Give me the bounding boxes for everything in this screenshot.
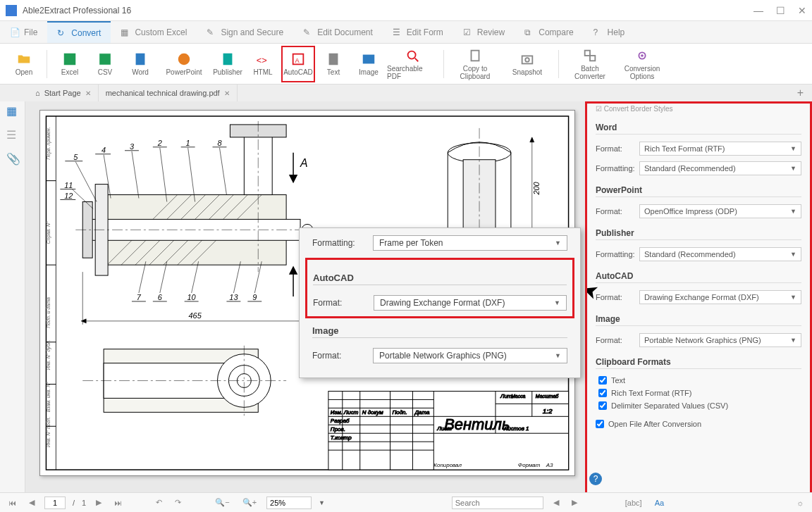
tool-powerpoint[interactable]: PowerPoint <box>159 46 209 82</box>
svg-text:Масштаб: Масштаб <box>536 394 560 399</box>
word-formatting-dropdown[interactable]: Standard (Recommended)▼ <box>639 161 801 175</box>
thumbnails-icon[interactable]: ▦ <box>6 104 19 117</box>
attachments-icon[interactable]: 📎 <box>6 152 19 165</box>
tool-excel[interactable]: Excel <box>53 46 87 82</box>
svg-text:200: 200 <box>532 182 541 195</box>
html-icon: <> <box>254 51 271 67</box>
minimize-button[interactable]: — <box>753 5 763 16</box>
svg-text:Масса: Масса <box>511 394 526 399</box>
chevron-down-icon: ▼ <box>554 299 560 306</box>
maximize-button[interactable]: ☐ <box>776 5 785 16</box>
menu-help[interactable]: ?Help <box>584 21 635 43</box>
tool-searchable-pdf[interactable]: Searchable PDF <box>387 46 438 82</box>
tool-conversion-options[interactable]: Conversion Options <box>617 46 668 82</box>
chevron-down-icon[interactable]: ▼ <box>319 499 325 506</box>
menu-sign-secure[interactable]: ✎Sign and Secure <box>197 21 293 43</box>
clipboard-text-label: Text <box>611 376 625 385</box>
popup-format-label: Format: <box>313 298 374 308</box>
match-case-button[interactable]: Aa <box>652 499 667 507</box>
tool-csv[interactable]: CSV <box>88 46 122 82</box>
tool-open[interactable]: Open <box>7 46 41 82</box>
zoom-out-button[interactable]: 🔍− <box>212 498 232 507</box>
tool-word[interactable]: Word <box>123 46 157 82</box>
svg-text:13: 13 <box>229 293 238 301</box>
tool-publisher[interactable]: Publisher <box>211 46 245 82</box>
clipboard-text-checkbox[interactable] <box>598 376 607 385</box>
popup-formatting-dropdown[interactable]: Frame per Token▼ <box>373 235 567 251</box>
svg-text:Формат: Формат <box>518 462 541 468</box>
app-title: Able2Extract Professional 16 <box>23 6 753 15</box>
tool-html[interactable]: <>HTML <box>246 46 280 82</box>
publisher-section: Publisher <box>596 228 801 240</box>
search-input[interactable] <box>452 497 543 509</box>
page-input[interactable] <box>44 497 66 509</box>
rotate-right-button[interactable]: ↷ <box>172 498 184 507</box>
clipboard-section: Clipboard Formats <box>596 357 801 369</box>
image-format-dropdown[interactable]: Portable Network Graphics (PNG)▼ <box>639 333 801 347</box>
match-word-button[interactable]: [abc] <box>622 499 645 507</box>
svg-text:7: 7 <box>137 293 142 301</box>
publisher-formatting-dropdown[interactable]: Standard (Recommended)▼ <box>639 247 801 261</box>
next-page-button[interactable]: ▶ <box>93 498 104 507</box>
svg-point-3 <box>178 54 190 65</box>
clipboard-rtf-checkbox[interactable] <box>598 389 607 397</box>
tool-batch-converter[interactable]: Batch Converter <box>565 46 615 82</box>
tool-text[interactable]: Text <box>316 46 350 82</box>
search-next-button[interactable]: ▶ <box>569 498 580 507</box>
chevron-down-icon: ▼ <box>555 352 561 359</box>
menu-compare[interactable]: ⧉Compare <box>515 21 583 43</box>
popup-image-format-label: Format: <box>312 351 373 361</box>
svg-text:1:2: 1:2 <box>543 407 553 415</box>
popup-image-format-dropdown[interactable]: Portable Network Graphics (PNG)▼ <box>373 348 567 363</box>
svg-text:Подп.: Подп. <box>393 409 407 416</box>
popup-autocad-section: AutoCAD <box>313 273 567 285</box>
svg-line-11 <box>415 58 419 61</box>
excel-icon <box>61 51 78 67</box>
menu-file[interactable]: 📄File <box>0 21 47 43</box>
popup-autocad-format-dropdown[interactable]: Drawing Exchange Format (DXF)▼ <box>374 295 567 311</box>
tool-copy-clipboard[interactable]: Copy to Clipboard <box>450 46 500 82</box>
app-icon <box>6 5 17 16</box>
last-page-button[interactable]: ⏭ <box>111 499 125 507</box>
page-total: 1 <box>82 499 86 507</box>
image-section: Image <box>596 314 801 326</box>
left-gutter: ▦ ☰ 📎 <box>0 101 25 506</box>
rotate-left-button[interactable]: ↶ <box>153 498 165 507</box>
menu-custom-excel[interactable]: ▦Custom Excel <box>111 21 197 43</box>
add-tab-button[interactable]: + <box>797 87 804 99</box>
help-badge[interactable]: ? <box>589 473 602 485</box>
tool-snapshot[interactable]: Snapshot <box>502 46 553 82</box>
chevron-down-icon: ▼ <box>790 251 796 258</box>
close-button[interactable]: ✕ <box>798 5 806 16</box>
close-icon[interactable]: ✕ <box>224 89 230 97</box>
word-format-label: Format: <box>596 144 639 153</box>
zoom-input[interactable] <box>266 497 312 509</box>
open-after-checkbox[interactable] <box>596 420 604 428</box>
brightness-button[interactable]: ☼ <box>794 499 806 507</box>
close-icon[interactable]: ✕ <box>85 89 91 97</box>
search-prev-button[interactable]: ◀ <box>550 498 562 507</box>
gear-icon <box>634 48 651 63</box>
tab-document[interactable]: mechanical technical drawing.pdf✕ <box>99 85 238 101</box>
tool-autocad[interactable]: AAutoCAD <box>281 46 315 82</box>
page-separator: / <box>73 499 75 507</box>
zoom-in-button[interactable]: 🔍+ <box>240 498 259 507</box>
ppt-format-dropdown[interactable]: OpenOffice Impress (ODP)▼ <box>639 204 801 218</box>
menu-convert[interactable]: ↻Convert <box>47 21 111 43</box>
menu-edit-document[interactable]: ✎Edit Document <box>293 21 383 43</box>
prev-page-button[interactable]: ◀ <box>26 498 37 507</box>
svg-text:Перв. примен.: Перв. примен. <box>46 127 51 159</box>
bookmarks-icon[interactable]: ☰ <box>6 128 19 141</box>
menubar: 📄File ↻Convert ▦Custom Excel ✎Sign and S… <box>0 21 812 44</box>
clipboard-csv-checkbox[interactable] <box>598 401 607 410</box>
menu-edit-form[interactable]: ☰Edit Form <box>383 21 453 43</box>
svg-line-77 <box>254 261 262 293</box>
first-page-button[interactable]: ⏮ <box>6 499 19 507</box>
open-after-label: Open File After Conversion <box>608 420 701 428</box>
svg-rect-9 <box>363 55 375 64</box>
menu-review[interactable]: ☑Review <box>453 21 515 43</box>
tab-start-page[interactable]: ⌂Start Page✕ <box>28 85 99 101</box>
autocad-format-dropdown[interactable]: Drawing Exchange Format (DXF)▼ <box>639 290 801 304</box>
tool-image[interactable]: Image <box>352 46 386 82</box>
word--
format-dropdown[interactable]: Rich Text Format (RTF)▼ <box>639 142 801 156</box>
